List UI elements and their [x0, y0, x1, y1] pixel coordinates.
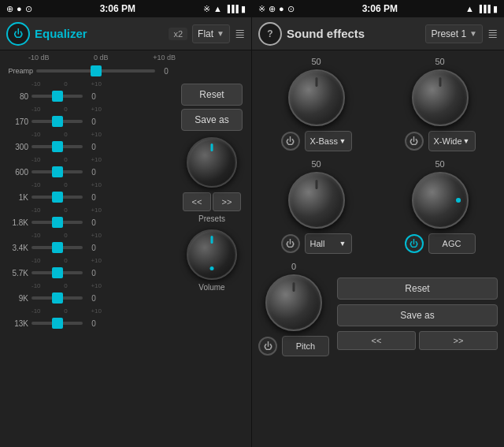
- se-xbass-dropdown[interactable]: X-Bass ▼: [305, 131, 352, 151]
- se-header: ? Sound effects Preset 1 ▼ ≣: [252, 17, 504, 50]
- band-sublabels-80: -100+10: [5, 80, 102, 88]
- se-hall-power-button[interactable]: ⏻: [281, 234, 300, 253]
- se-pitch-group: 0 ⏻ Pitch: [258, 262, 329, 358]
- band-slider-1k[interactable]: [32, 189, 83, 205]
- se-xbass-knob[interactable]: [288, 69, 345, 126]
- battery-icon-left: ▮: [241, 4, 246, 14]
- time-left: 3:06 PM: [100, 3, 135, 14]
- eq-main-knob[interactable]: [187, 137, 237, 188]
- eq-body: -10 dB 0 dB +10 dB Preamp 0: [0, 50, 251, 447]
- eq-power-button[interactable]: ⏻: [6, 22, 30, 46]
- se-row-2: 50 ⏻ Hall ▼ 50: [258, 159, 498, 255]
- eq-prev-button[interactable]: <<: [183, 192, 211, 211]
- band-value-18k: 0: [86, 218, 102, 227]
- band-sublabels-9k: -100+10: [5, 282, 102, 289]
- se-row-1: 50 ⏻ X-Bass ▼ 50 ⏻: [258, 57, 498, 153]
- band-label-1k: 1K: [5, 193, 28, 202]
- se-xbass-value: 50: [311, 57, 321, 66]
- se-pitch-power-button[interactable]: ⏻: [258, 337, 277, 356]
- band-row-57k: 5.7K 0: [5, 264, 102, 281]
- se-xwide-dropdown[interactable]: X-Wide ▼: [428, 131, 476, 151]
- time-right: 3:06 PM: [362, 3, 398, 14]
- se-hall-knob[interactable]: [288, 172, 345, 229]
- se-agc-knob[interactable]: [412, 172, 469, 229]
- power-icon: ⏻: [13, 28, 23, 39]
- se-save-as-button[interactable]: Save as: [337, 304, 498, 326]
- band-sublabels-600: -100+10: [5, 156, 102, 163]
- preamp-label: Preamp: [5, 67, 33, 75]
- band-label-57k: 5.7K: [5, 269, 28, 278]
- music-icon: ⊕: [6, 4, 13, 14]
- help-icon: ?: [267, 28, 272, 39]
- se-hall-control: ⏻ Hall ▼: [281, 232, 352, 255]
- se-agc-value: 50: [435, 159, 444, 169]
- se-content: 50 ⏻ X-Bass ▼ 50 ⏻: [252, 50, 504, 447]
- band-row-34k: 3.4K 0: [5, 239, 102, 256]
- band-label-170: 170: [5, 117, 28, 126]
- app-icon: ⊙: [25, 4, 32, 14]
- se-agc-group: 50 ⏻ AGC: [405, 159, 476, 255]
- band-row-170: 170 0: [5, 113, 102, 130]
- band-label-13k: 13K: [5, 319, 28, 328]
- se-preset-dropdown[interactable]: Preset 1 ▼: [425, 24, 483, 43]
- se-hall-label: Hall: [310, 239, 325, 248]
- eq-save-as-button[interactable]: Save as: [181, 109, 243, 131]
- se-help-button[interactable]: ?: [258, 22, 282, 46]
- band-value-13k: 0: [86, 319, 102, 328]
- se-prev-button[interactable]: <<: [337, 331, 416, 350]
- se-hall-value: 50: [311, 159, 321, 169]
- band-row-18k: 1.8K 0: [5, 214, 102, 231]
- db-label-row: -10 dB 0 dB +10 dB: [5, 54, 176, 61]
- se-hall-dropdown[interactable]: Hall ▼: [305, 233, 352, 254]
- eq-header: ⏻ Equalizer x2 Flat ▼ ≣: [0, 17, 251, 50]
- band-slider-18k[interactable]: [32, 214, 83, 230]
- band-value-9k: 0: [86, 294, 102, 303]
- se-pitch-knob[interactable]: [265, 274, 322, 331]
- band-label-80: 80: [5, 92, 28, 101]
- band-slider-57k[interactable]: [32, 265, 83, 281]
- band-slider-13k[interactable]: [32, 315, 83, 331]
- eq-preset-dropdown[interactable]: Flat ▼: [192, 24, 230, 43]
- eq-volume-knob[interactable]: [187, 229, 237, 280]
- se-agc-power-button[interactable]: ⏻: [405, 234, 424, 253]
- se-preset-label: Preset 1: [431, 28, 466, 39]
- band-slider-34k[interactable]: [32, 240, 83, 255]
- eq-bars-icon[interactable]: ≣: [235, 26, 245, 41]
- band-slider-600[interactable]: [32, 164, 83, 180]
- band-label-18k: 1.8K: [5, 218, 28, 227]
- se-xwide-power-button[interactable]: ⏻: [405, 132, 424, 151]
- equalizer-panel: ⏻ Equalizer x2 Flat ▼ ≣ -10 dB 0 dB +10 …: [0, 17, 252, 447]
- se-xwide-knob[interactable]: [412, 69, 469, 126]
- se-pitch-dropdown[interactable]: Pitch: [282, 336, 329, 356]
- se-agc-dropdown[interactable]: AGC: [428, 233, 476, 254]
- status-icons-left: ⊕ ● ⊙: [6, 4, 32, 14]
- db-label-pos10: +10 dB: [153, 54, 176, 61]
- band-row-9k: 9K 0: [5, 289, 102, 307]
- se-dropdown-arrow: ▼: [469, 29, 477, 38]
- se-bars-icon[interactable]: ≣: [487, 26, 498, 41]
- band-row-13k: 13K 0: [5, 315, 102, 332]
- eq-reset-button[interactable]: Reset: [181, 84, 243, 106]
- band-label-9k: 9K: [5, 294, 28, 303]
- signal-icon-left: ▐▐▐: [225, 5, 238, 13]
- eq-next-button[interactable]: >>: [213, 192, 241, 211]
- se-reset-button[interactable]: Reset: [337, 278, 498, 300]
- band-sublabels-34k: -100+10: [5, 232, 102, 239]
- rec-icon: ●: [17, 4, 22, 13]
- eq-presets-label: Presets: [198, 214, 225, 223]
- se-nav-row: << >>: [337, 331, 498, 350]
- se-next-button[interactable]: >>: [419, 331, 498, 350]
- se-pitch-value: 0: [291, 262, 296, 271]
- band-slider-170[interactable]: [32, 114, 83, 129]
- status-bar-right: ※ ⊕ ● ⊙ 3:06 PM ▲ ▐▐▐ ▮: [252, 0, 504, 17]
- band-value-300: 0: [86, 143, 102, 151]
- se-xbass-power-button[interactable]: ⏻: [281, 132, 300, 151]
- band-slider-9k[interactable]: [32, 290, 83, 306]
- preamp-slider[interactable]: [36, 63, 155, 79]
- wifi-icon-left: ▲: [213, 4, 222, 13]
- se-row-3: 0 ⏻ Pitch Reset Save as << >>: [258, 262, 498, 358]
- band-slider-300[interactable]: [32, 139, 83, 155]
- eq-multiplier-badge: x2: [169, 28, 187, 40]
- band-slider-80[interactable]: [32, 88, 83, 104]
- band-sublabels-170: -100+10: [5, 106, 102, 113]
